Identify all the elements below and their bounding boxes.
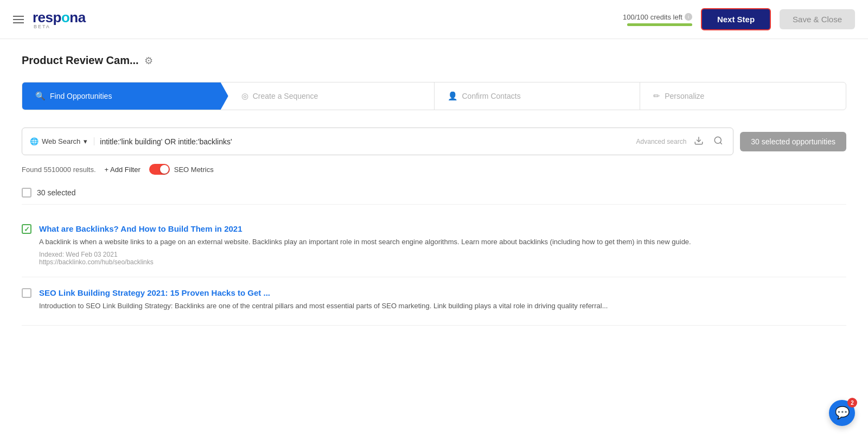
campaign-title-row: Product Review Cam... ⚙	[22, 54, 846, 67]
step-create-sequence[interactable]: ◎ Create a Sequence	[228, 82, 435, 110]
result-content-1: What are Backlinks? And How to Build The…	[39, 224, 846, 266]
selected-count: 30 selected	[37, 188, 76, 197]
settings-icon[interactable]: ⚙	[144, 55, 153, 67]
seo-metrics-label: SEO Metrics	[174, 166, 214, 174]
add-filter-button[interactable]: + Add Filter	[105, 166, 141, 174]
save-close-button[interactable]: Save & Close	[780, 9, 855, 29]
advanced-search-text[interactable]: Advanced search	[636, 138, 687, 145]
search-type-label: Web Search	[42, 137, 80, 145]
menu-icon[interactable]	[13, 16, 24, 23]
result-title-1[interactable]: What are Backlinks? And How to Build The…	[39, 224, 846, 233]
logo-area: respona BETA	[33, 9, 86, 29]
app-header: respona BETA 100/100 credits left i Next…	[0, 0, 868, 39]
steps-bar: 🔍 Find Opportunities ◎ Create a Sequence…	[22, 82, 846, 110]
selected-opportunities-button[interactable]: 30 selected opportunities	[740, 132, 846, 151]
search-type-select[interactable]: 🌐 Web Search ▾	[30, 137, 94, 145]
search-area: 🌐 Web Search ▾ Advanced search 30 select…	[22, 128, 846, 155]
contacts-step-icon: 👤	[448, 91, 458, 101]
result-checkbox-1[interactable]	[22, 224, 31, 234]
step-sequence-label: Create a Sequence	[253, 92, 318, 100]
step-contacts-label: Confirm Contacts	[462, 92, 521, 100]
search-input[interactable]	[100, 137, 630, 146]
results-row: Found 5510000 results. + Add Filter SEO …	[22, 164, 846, 175]
result-title-2[interactable]: SEO Link Building Strategy 2021: 15 Prov…	[39, 288, 846, 297]
personalize-step-icon: ✏	[653, 91, 660, 101]
main-content: Product Review Cam... ⚙ 🔍 Find Opportuni…	[0, 39, 868, 341]
sequence-step-icon: ◎	[241, 91, 248, 101]
step-find-opportunities[interactable]: 🔍 Find Opportunities	[22, 82, 228, 110]
step-find-label: Find Opportunities	[50, 92, 112, 100]
result-item: What are Backlinks? And How to Build The…	[22, 213, 846, 277]
logo-beta: BETA	[34, 24, 50, 29]
download-icon[interactable]	[692, 133, 706, 149]
result-checkbox-2[interactable]	[22, 288, 31, 298]
select-all-checkbox[interactable]	[22, 188, 31, 198]
step-personalize-label: Personalize	[665, 92, 704, 100]
search-submit-icon[interactable]	[711, 133, 725, 149]
step-personalize[interactable]: ✏ Personalize	[640, 82, 846, 110]
credits-bar-fill	[627, 23, 692, 26]
results-count: Found 5510000 results.	[22, 166, 96, 174]
credits-info-icon[interactable]: i	[685, 13, 692, 21]
chevron-down-icon: ▾	[84, 137, 87, 145]
credits-bar	[627, 23, 692, 26]
search-step-icon: 🔍	[35, 91, 46, 101]
result-content-2: SEO Link Building Strategy 2021: 15 Prov…	[39, 288, 846, 315]
search-box: 🌐 Web Search ▾ Advanced search	[22, 128, 733, 155]
toggle-knob	[160, 165, 169, 174]
svg-point-1	[715, 137, 722, 143]
step-confirm-contacts[interactable]: 👤 Confirm Contacts	[435, 82, 641, 110]
svg-line-2	[720, 142, 722, 144]
selected-row: 30 selected	[22, 188, 846, 205]
result-meta-1: Indexed: Wed Feb 03 2021	[39, 251, 846, 258]
header-right: 100/100 credits left i Next Step Save & …	[623, 8, 855, 30]
next-step-button[interactable]: Next Step	[701, 8, 771, 30]
result-url-1[interactable]: https://backlinko.com/hub/seo/backlinks	[39, 258, 846, 266]
result-desc-1: A backlink is when a website links to a …	[39, 237, 846, 247]
seo-metrics-toggle: SEO Metrics	[149, 164, 214, 175]
result-desc-2: Introduction to SEO Link Building Strate…	[39, 301, 846, 311]
seo-metrics-switch[interactable]	[149, 164, 170, 175]
credits-text: 100/100 credits left i	[623, 13, 692, 21]
result-item-2: SEO Link Building Strategy 2021: 15 Prov…	[22, 277, 846, 326]
header-left: respona BETA	[13, 9, 86, 29]
credits-area: 100/100 credits left i	[623, 13, 692, 26]
campaign-title: Product Review Cam...	[22, 54, 139, 67]
globe-icon: 🌐	[30, 137, 39, 145]
